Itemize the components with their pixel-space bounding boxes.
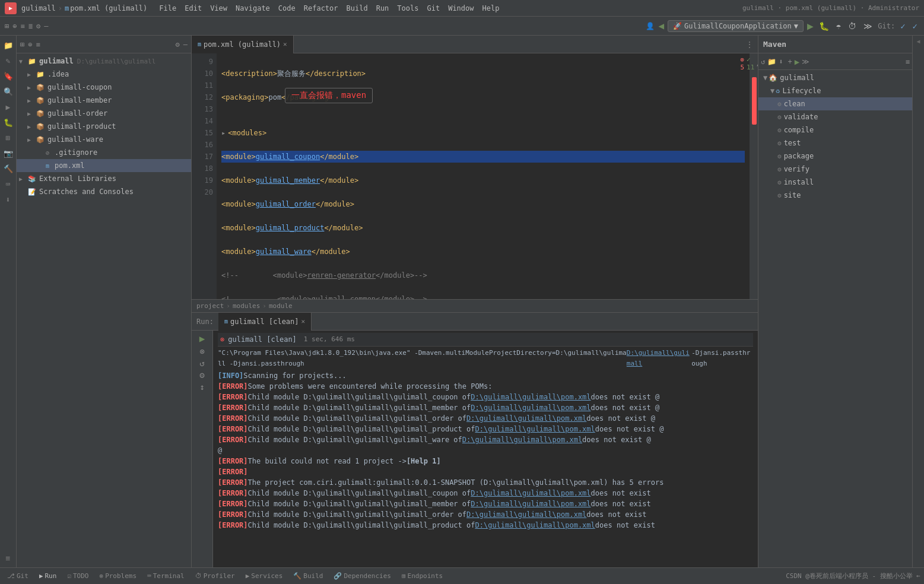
profile-button[interactable]: ⏱ (846, 21, 858, 31)
tree-item-extlibs[interactable]: ▶ 📚 External Libraries (17, 172, 191, 185)
maven-item-compile[interactable]: ⚙ compile (758, 123, 912, 137)
menu-run[interactable]: Run (376, 4, 389, 12)
sidebar-project-icon[interactable]: 📁 (1, 38, 15, 52)
tab-overflow-button[interactable]: ⋮ (741, 40, 758, 49)
maven-refresh-btn[interactable]: ↺ (761, 58, 765, 66)
maven-run-btn[interactable]: ▶ (795, 57, 799, 66)
menu-view[interactable]: View (210, 4, 227, 12)
panel-collapse[interactable]: ≡ (36, 40, 40, 49)
tree-item-order[interactable]: ▶ 📦 gulimall-order (17, 107, 191, 120)
tab-close-pomxml[interactable]: ✕ (283, 40, 287, 48)
maven-more-btn[interactable]: ≡ (906, 58, 910, 66)
maven-item-root[interactable]: ▼ 🏠 gulimall (758, 71, 912, 84)
maven-item-install[interactable]: ⚙ install (758, 176, 912, 189)
run-button[interactable]: ▶ (807, 20, 814, 32)
sidebar-debug-icon[interactable]: 🐛 (1, 115, 15, 129)
menu-file[interactable]: File (159, 4, 176, 12)
sidebar-run-icon[interactable]: ▶ (1, 100, 15, 114)
sidebar-bookmarks2-icon[interactable]: ≡ (1, 551, 15, 565)
bottom-tab-services[interactable]: ▶ Services (242, 571, 287, 581)
maven-plus-btn[interactable]: + (788, 58, 792, 66)
debug-button[interactable]: 🐛 (817, 21, 831, 31)
menu-refactor[interactable]: Refactor (304, 4, 338, 12)
tree-item-scratches[interactable]: 📝 Scratches and Consoles (17, 185, 191, 198)
tree-item-ware[interactable]: ▶ 📦 gulimall-ware (17, 133, 191, 146)
run-filter-button[interactable]: ⚙ (199, 370, 204, 380)
run-tab-close[interactable]: ✕ (301, 318, 306, 325)
run-stop-button[interactable]: ⊗ (199, 347, 204, 356)
tree-item-product[interactable]: ▶ 📦 gulimall-product (17, 120, 191, 133)
maven-item-package[interactable]: ⚙ package (758, 150, 912, 163)
panel-nav-up[interactable]: ⊞ (20, 40, 24, 49)
maven-item-verify[interactable]: ⚙ verify (758, 163, 912, 176)
more-run-button[interactable]: ≫ (862, 21, 874, 31)
back-button[interactable]: ◀ (658, 20, 664, 31)
menu-navigate[interactable]: Navigate (236, 4, 270, 12)
menu-window[interactable]: Window (448, 4, 474, 12)
panel-close[interactable]: — (183, 40, 188, 49)
maven-skip-btn[interactable]: ≫ (802, 58, 809, 66)
maven-item-site[interactable]: ⚙ site (758, 189, 912, 202)
sidebar-find-icon[interactable]: 🔍 (1, 84, 15, 99)
bottom-tab-endpoints[interactable]: ⊞ Endpoints (398, 571, 446, 581)
sidebar-terminal-icon[interactable]: ⌨ (1, 177, 15, 191)
toolbar-icon-4[interactable]: ≣ (28, 22, 33, 30)
tree-item-gitignore[interactable]: ⊘ .gitignore (17, 146, 191, 159)
menu-build[interactable]: Build (347, 4, 368, 12)
run-output[interactable]: ⊗ gulimall [clean] 1 sec, 646 ms "C:\Pro… (213, 331, 758, 567)
breadcrumb-modules[interactable]: modules (233, 302, 260, 310)
bottom-tab-profiler[interactable]: ⏱ Profiler (192, 571, 239, 581)
maven-item-clean[interactable]: ⚙ clean (758, 97, 912, 110)
editor-tab-pomxml[interactable]: m pom.xml (gulimall) ✕ (192, 36, 294, 53)
panel-settings[interactable]: ⚙ (176, 40, 180, 49)
sidebar-build-icon[interactable]: 🔨 (1, 161, 15, 176)
git-update-button[interactable]: ✓ (898, 21, 907, 31)
tree-item-root[interactable]: ▼ 📁 gulimall D:\gulimall\gulimall (17, 55, 191, 68)
run-scroll-button[interactable]: ↕ (199, 382, 204, 392)
error-nav-up[interactable]: ▲ (757, 60, 758, 68)
menu-code[interactable]: Code (278, 4, 296, 12)
tree-item-pomxml[interactable]: m pom.xml (17, 159, 191, 172)
toolbar-icon-1[interactable]: ⊞ (5, 22, 9, 30)
right-edge-arrow[interactable]: ◀ (916, 38, 920, 45)
run-rerun-button[interactable]: ↺ (199, 358, 204, 368)
maven-item-lifecycle[interactable]: ▼ ♻ Lifecycle (758, 84, 912, 97)
bottom-tab-dependencies[interactable]: 🔗 Dependencies (330, 571, 394, 581)
sidebar-commit-icon[interactable]: ✎ (1, 53, 15, 68)
tree-item-coupon[interactable]: ▶ 📦 gulimall-coupon (17, 81, 191, 94)
bottom-tab-terminal[interactable]: ⌨ Terminal (144, 571, 188, 581)
tree-item-member[interactable]: ▶ 📦 gulimall-member (17, 94, 191, 107)
breadcrumb-project[interactable]: project (196, 302, 224, 310)
bottom-tab-build[interactable]: 🔨 Build (290, 571, 326, 581)
bottom-tab-run[interactable]: ▶ Run (36, 571, 61, 581)
sidebar-camera-icon[interactable]: 📷 (1, 146, 15, 160)
toolbar-icon-3[interactable]: ≡ (20, 22, 24, 30)
menu-tools[interactable]: Tools (397, 4, 418, 12)
run-tab-gulimall[interactable]: m gulimall [clean] ✕ (218, 313, 312, 331)
bottom-tab-problems[interactable]: ⊗ Problems (96, 571, 141, 581)
run-play-button[interactable]: ▶ (199, 333, 205, 344)
bottom-tab-todo[interactable]: ☑ TODO (63, 571, 92, 581)
panel-expand[interactable]: ⊕ (28, 40, 32, 49)
toolbar-icon-minus[interactable]: — (44, 22, 48, 30)
maven-item-test[interactable]: ⚙ test (758, 137, 912, 150)
user-icon[interactable]: 👤 (646, 22, 655, 30)
sidebar-down-icon[interactable]: ⬇ (1, 192, 15, 207)
sidebar-bookmark-icon[interactable]: 🔖 (1, 69, 15, 83)
toolbar-icon-2[interactable]: ⊕ (12, 22, 17, 30)
git-push-button[interactable]: ✓ (911, 21, 919, 31)
menu-git[interactable]: Git (427, 4, 440, 12)
menu-help[interactable]: Help (482, 4, 500, 12)
maven-item-validate[interactable]: ⚙ validate (758, 110, 912, 123)
code-editor[interactable]: 9 10 11 12 13 14 15 16 17 18 19 20 <desc… (192, 53, 758, 299)
coverage-button[interactable]: ☂ (834, 21, 843, 31)
menu-edit[interactable]: Edit (185, 4, 202, 12)
sidebar-structure-icon[interactable]: ⊞ (1, 131, 15, 145)
maven-add-btn[interactable]: 📁 (767, 58, 776, 66)
breadcrumb-module[interactable]: module (269, 302, 293, 310)
tree-item-idea[interactable]: ▶ 📁 .idea (17, 68, 191, 81)
toolbar-icon-settings[interactable]: ⚙ (36, 22, 40, 30)
maven-download-btn[interactable]: ⬇ (779, 58, 783, 66)
code-content[interactable]: <description>聚合服务</description> <packagi… (217, 53, 750, 299)
run-config-dropdown[interactable]: 🚀 GulimallCouponApplication ▼ (668, 20, 804, 32)
